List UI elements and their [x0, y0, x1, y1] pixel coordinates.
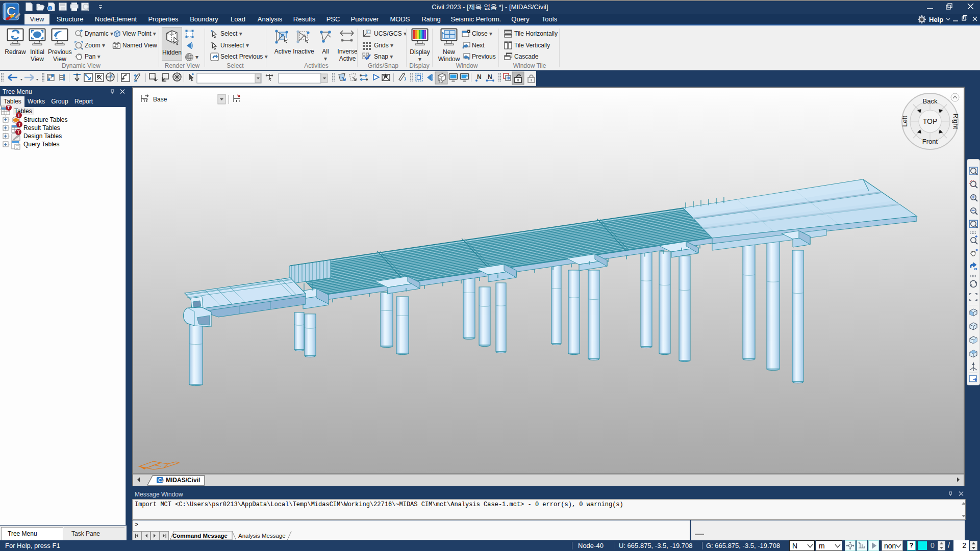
- svg-text:TOP: TOP: [923, 117, 938, 125]
- svg-text:Analysis Message: Analysis Message: [238, 533, 286, 539]
- svg-text:MIDAS/Civil: MIDAS/Civil: [166, 477, 200, 484]
- svg-text:C: C: [158, 478, 162, 483]
- svg-text:Design Tables: Design Tables: [23, 133, 62, 140]
- svg-text:Structure Tables: Structure Tables: [23, 116, 68, 123]
- svg-text:G: G: [367, 30, 369, 34]
- svg-text:Base: Base: [153, 96, 167, 103]
- svg-text:Query Tables: Query Tables: [23, 141, 59, 148]
- svg-text:N: N: [477, 73, 482, 81]
- svg-text:Result Tables: Result Tables: [23, 124, 60, 132]
- svg-text:Back: Back: [923, 97, 938, 105]
- svg-text:Right: Right: [952, 114, 960, 129]
- svg-text:N: N: [488, 73, 492, 81]
- svg-text:Front: Front: [922, 138, 938, 145]
- svg-text:Command Message: Command Message: [172, 533, 228, 539]
- svg-text:Help: Help: [929, 16, 943, 23]
- svg-text:Left: Left: [901, 116, 909, 127]
